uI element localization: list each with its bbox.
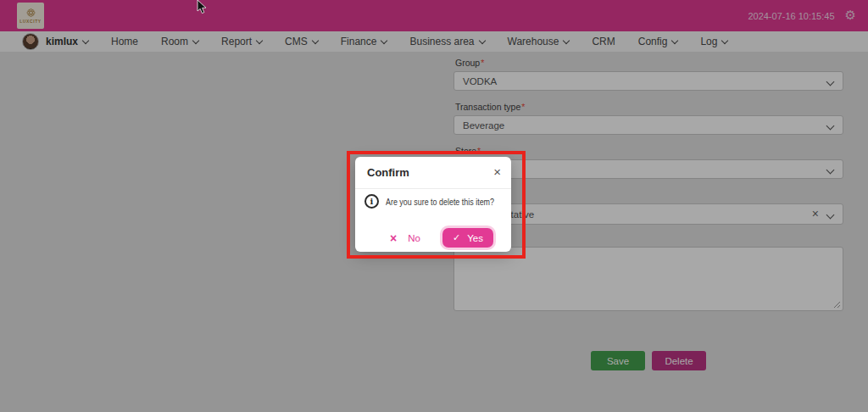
app-root: LUXCITY 2024-07-16 10:15:45 ⚙ kimlux Hom… — [0, 0, 868, 412]
confirm-dialog-header: Confirm × — [355, 157, 511, 189]
yes-button-label: Yes — [467, 233, 483, 243]
close-icon[interactable]: × — [493, 164, 501, 180]
confirm-message: Are you sure to delete this item? — [386, 197, 494, 207]
confirm-dialog-footer: × No ✓ Yes — [355, 228, 511, 248]
confirm-dialog: Confirm × i Are you sure to delete this … — [355, 157, 511, 252]
info-icon: i — [364, 194, 379, 209]
no-button[interactable]: × No — [390, 228, 420, 248]
confirm-dialog-body: i Are you sure to delete this item? — [355, 194, 511, 209]
no-button-label: No — [408, 233, 420, 243]
dialog-title: Confirm — [367, 166, 409, 179]
yes-button[interactable]: ✓ Yes — [442, 228, 493, 248]
x-icon: × — [390, 232, 397, 244]
check-icon: ✓ — [453, 233, 460, 242]
